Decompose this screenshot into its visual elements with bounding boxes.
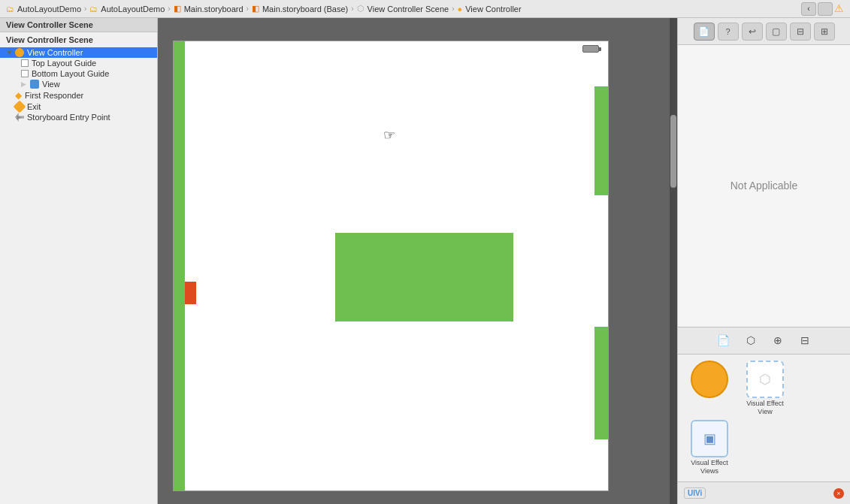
tree-item-view[interactable]: ▶ View (0, 79, 157, 89)
breadcrumb-item-3[interactable]: Main.storyboard (184, 5, 244, 14)
breadcrumb-icon-5: ⬡ (357, 4, 365, 14)
toolbar-btn-square[interactable]: ▢ (766, 23, 787, 41)
quickhelp-icon: ? (725, 27, 730, 36)
left-panel: View Controller Scene View Controller Sc… (0, 18, 158, 504)
tree-item-bottom-layout-label: Bottom Layout Guide (32, 69, 109, 78)
tree-item-view-label: View (42, 80, 60, 89)
breadcrumb-item-4[interactable]: Main.storyboard (Base) (262, 5, 348, 14)
disclosure-triangle-vc: ▼ (6, 49, 14, 56)
object-icon-circle (691, 361, 728, 398)
toolbar-btn-quickhelp[interactable]: ? (718, 23, 739, 41)
tree-item-exit[interactable]: Exit (0, 101, 157, 112)
orange-element (185, 282, 196, 304)
tree-item-exit-label: Exit (27, 102, 41, 111)
add-icon: ⊞ (821, 26, 828, 37)
split-icon: ⊟ (797, 26, 804, 37)
uivi-badge: UIVi (684, 487, 706, 499)
bottom-toolbar-btn-target[interactable]: ⊕ (767, 331, 788, 349)
object-item-visual-effect-views[interactable]: ▣ Visual Effect Views (684, 420, 735, 475)
bottom-toolbar-btn-layers[interactable]: ⊟ (794, 331, 815, 349)
canvas-scrollbar[interactable] (670, 18, 677, 504)
object-item-circle[interactable] (684, 361, 735, 416)
pin-icon: ↩ (749, 26, 756, 37)
not-applicable-text: Not Applicable (731, 180, 798, 192)
tree-item-entry-point[interactable]: ➤ Storyboard Entry Point (0, 112, 157, 122)
toolbar-btn-split[interactable]: ⊟ (790, 23, 811, 41)
tree-item-vc-label: View Controller (27, 48, 83, 57)
breadcrumb-item-1[interactable]: AutoLayoutDemo (17, 5, 81, 14)
toolbar-btn-add[interactable]: ⊞ (814, 23, 835, 41)
breadcrumb-sep-5: › (452, 5, 454, 13)
object-label-visual-effect-views: Visual Effect Views (684, 459, 735, 475)
breadcrumb-sep-4: › (351, 5, 353, 13)
warning-icon: ⚠ (834, 2, 844, 16)
bottom-shape-icon: ⬡ (746, 334, 755, 346)
toolbar-btn-pin[interactable]: ↩ (742, 23, 763, 41)
nav-back-button[interactable]: ‹ (801, 2, 816, 16)
disclosure-triangle-view: ▶ (21, 80, 29, 88)
tree-item-bottom-layout[interactable]: Bottom Layout Guide (0, 68, 157, 79)
green-left-bar (174, 41, 185, 490)
tree-item-view-controller[interactable]: ▼ View Controller (0, 47, 157, 58)
first-responder-icon: ◆ (15, 90, 22, 101)
scene-section-title-1: View Controller Scene (0, 18, 157, 32)
main-content: View Controller Scene View Controller Sc… (0, 18, 850, 504)
object-item-visual-effect[interactable]: ⬡ Visual Effect View (740, 361, 791, 416)
tree-item-top-layout[interactable]: Top Layout Guide (0, 58, 157, 68)
breadcrumb-item-6[interactable]: View Controller (465, 5, 521, 14)
view-icon (30, 80, 39, 89)
right-panel: 📄 ? ↩ ▢ ⊟ ⊞ Not Applicable (677, 18, 850, 504)
canvas-scrollbar-thumb[interactable] (670, 115, 676, 188)
breadcrumb-sep-2: › (168, 5, 170, 13)
green-right-bar-bottom (594, 327, 608, 439)
tree-item-top-layout-label: Top Layout Guide (32, 59, 96, 68)
right-toolbar-row1: 📄 ? ↩ ▢ ⊟ ⊞ (678, 18, 850, 45)
breadcrumb-item-2[interactable]: AutoLayoutDemo (101, 5, 165, 14)
view-controller-icon (15, 48, 24, 57)
file-icon: 📄 (698, 26, 709, 37)
bottom-bar: UIVi × (678, 481, 850, 504)
objects-area: ⬡ Visual Effect View ▣ Visual Effect Vie… (678, 355, 850, 481)
exit-icon (14, 101, 26, 113)
close-button[interactable]: × (833, 488, 844, 499)
nav-forward-button[interactable]: › (818, 2, 833, 16)
device-frame (173, 41, 609, 491)
checkbox-top-layout[interactable] (21, 59, 29, 67)
battery-icon (582, 45, 599, 53)
tree-item-entry-label: Storyboard Entry Point (27, 113, 110, 122)
bottom-toolbar-btn-shape[interactable]: ⬡ (740, 331, 761, 349)
checkbox-bottom-layout[interactable] (21, 70, 29, 77)
bottom-target-icon: ⊕ (773, 334, 782, 346)
bottom-file-icon: 📄 (717, 334, 730, 346)
not-applicable-area: Not Applicable (678, 45, 850, 327)
tree-item-first-responder[interactable]: ◆ First Responder (0, 89, 157, 101)
breadcrumb-icon-2: 🗂 (89, 5, 98, 14)
tree-item-first-responder-label: First Responder (25, 91, 83, 100)
breadcrumb-sep-3: › (247, 5, 249, 13)
breadcrumb-icon-6: ● (458, 5, 463, 14)
object-label-visual-effect: Visual Effect View (740, 400, 791, 416)
nav-arrows: ‹ › ⚠ (801, 2, 844, 16)
breadcrumb-item-5[interactable]: View Controller Scene (368, 5, 449, 14)
breadcrumb-icon-4: ◧ (252, 4, 259, 14)
green-view (335, 233, 513, 321)
device-status-bar (174, 41, 608, 56)
breadcrumb-bar: 🗂 AutoLayoutDemo › 🗂 AutoLayoutDemo › ◧ … (0, 0, 850, 18)
object-icon-visual-effect-views: ▣ (691, 420, 728, 457)
scene-section-title-2: View Controller Scene (0, 32, 157, 47)
breadcrumb-icon-1: 🗂 (6, 5, 14, 14)
breadcrumb-sep-1: › (84, 5, 86, 13)
toolbar-btn-file[interactable]: 📄 (694, 23, 715, 41)
green-right-bar-top (594, 86, 608, 195)
square-icon: ▢ (772, 26, 780, 37)
right-bottom: 📄 ⬡ ⊕ ⊟ (678, 327, 850, 504)
right-bottom-toolbar: 📄 ⬡ ⊕ ⊟ (678, 327, 850, 355)
object-icon-visual-effect: ⬡ (746, 361, 784, 398)
bottom-toolbar-btn-file[interactable]: 📄 (713, 331, 734, 349)
breadcrumb-icon-3: ◧ (174, 4, 181, 14)
canvas-area[interactable]: ☞ (158, 18, 677, 504)
entry-icon: ➤ (15, 113, 24, 122)
bottom-layers-icon: ⊟ (800, 334, 809, 346)
